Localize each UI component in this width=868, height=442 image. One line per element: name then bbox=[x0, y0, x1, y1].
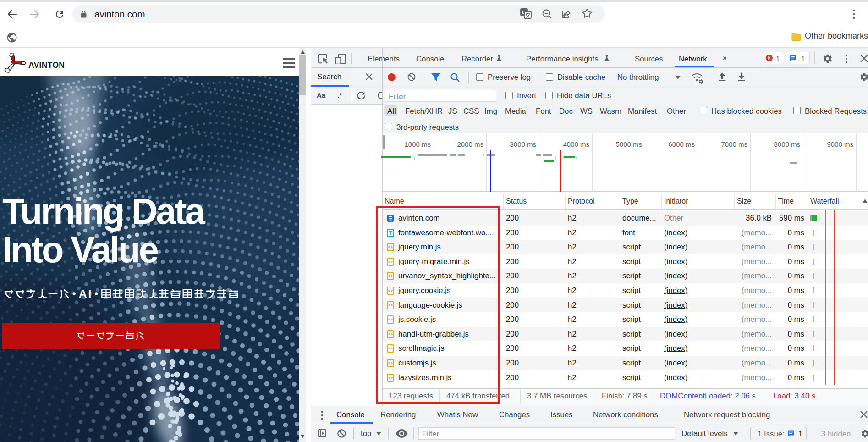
svg-text:I: I bbox=[88, 288, 91, 300]
svg-text:A: A bbox=[79, 288, 87, 300]
